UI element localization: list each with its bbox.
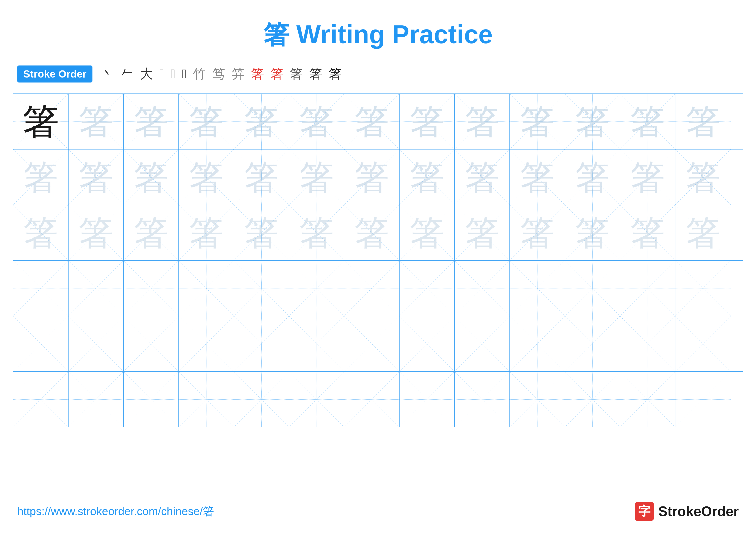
practice-char-0-8: 箸 — [465, 104, 499, 139]
grid-cell-1-12[interactable]: 箸 — [675, 149, 731, 205]
grid-cell-5-8[interactable] — [455, 372, 510, 427]
grid-cell-5-0[interactable] — [14, 372, 68, 427]
grid-cell-3-3[interactable] — [179, 261, 234, 316]
svg-line-152 — [620, 372, 675, 427]
grid-cell-0-3[interactable]: 箸 — [179, 94, 234, 149]
grid-cell-4-1[interactable] — [68, 316, 124, 371]
grid-cell-3-7[interactable] — [399, 261, 455, 316]
grid-cell-1-5[interactable]: 箸 — [289, 149, 344, 205]
grid-cell-2-2[interactable]: 箸 — [124, 205, 179, 260]
grid-cell-4-2[interactable] — [124, 316, 179, 371]
footer: https://www.strokeorder.com/chinese/箸 字 … — [17, 502, 739, 521]
grid-cell-1-8[interactable]: 箸 — [455, 149, 510, 205]
grid-cell-5-11[interactable] — [620, 372, 675, 427]
svg-line-110 — [179, 316, 233, 371]
svg-line-127 — [620, 316, 675, 371]
grid-cell-3-11[interactable] — [620, 261, 675, 316]
grid-cell-2-11[interactable]: 箸 — [620, 205, 675, 260]
grid-cell-2-8[interactable]: 箸 — [455, 205, 510, 260]
practice-char-2-3: 箸 — [189, 216, 224, 250]
grid-cell-2-5[interactable]: 箸 — [289, 205, 344, 260]
grid-cell-0-12[interactable]: 箸 — [675, 94, 731, 149]
grid-cell-4-8[interactable] — [455, 316, 510, 371]
grid-cell-1-9[interactable]: 箸 — [510, 149, 565, 205]
grid-cell-4-5[interactable] — [289, 316, 344, 371]
grid-cell-1-7[interactable]: 箸 — [399, 149, 455, 205]
grid-cell-1-6[interactable]: 箸 — [344, 149, 399, 205]
grid-cell-0-7[interactable]: 箸 — [399, 94, 455, 149]
grid-cell-2-9[interactable]: 箸 — [510, 205, 565, 260]
grid-cell-5-4[interactable] — [234, 372, 289, 427]
grid-cell-2-6[interactable]: 箸 — [344, 205, 399, 260]
grid-cell-0-1[interactable]: 箸 — [68, 94, 124, 149]
grid-cell-3-6[interactable] — [344, 261, 399, 316]
grid-cell-2-1[interactable]: 箸 — [68, 205, 124, 260]
grid-cell-3-12[interactable] — [675, 261, 731, 316]
grid-cell-0-0[interactable]: 箸 — [14, 94, 68, 149]
grid-cell-4-10[interactable] — [565, 316, 620, 371]
grid-cell-1-1[interactable]: 箸 — [68, 149, 124, 205]
stroke-5: 𠂇 — [171, 66, 175, 81]
grid-cell-3-5[interactable] — [289, 261, 344, 316]
grid-cell-5-5[interactable] — [289, 372, 344, 427]
grid-cell-5-2[interactable] — [124, 372, 179, 427]
grid-cell-1-11[interactable]: 箸 — [620, 149, 675, 205]
grid-cell-0-5[interactable]: 箸 — [289, 94, 344, 149]
grid-cell-3-4[interactable] — [234, 261, 289, 316]
grid-cell-5-9[interactable] — [510, 372, 565, 427]
practice-char-1-6: 箸 — [355, 160, 389, 194]
grid-cell-3-10[interactable] — [565, 261, 620, 316]
grid-cell-0-10[interactable]: 箸 — [565, 94, 620, 149]
grid-cell-3-9[interactable] — [510, 261, 565, 316]
svg-line-100 — [620, 261, 675, 316]
grid-cell-2-0[interactable]: 箸 — [14, 205, 68, 260]
grid-cell-3-8[interactable] — [455, 261, 510, 316]
grid-cell-5-10[interactable] — [565, 372, 620, 427]
svg-line-88 — [289, 261, 344, 316]
grid-cell-2-12[interactable]: 箸 — [675, 205, 731, 260]
practice-grid: 箸箸箸箸箸箸箸箸箸箸箸箸箸箸箸箸箸箸箸箸箸箸箸箸箸箸箸箸箸箸箸箸箸箸箸箸箸箸箸 — [13, 93, 743, 427]
grid-cell-3-2[interactable] — [124, 261, 179, 316]
grid-cell-5-7[interactable] — [399, 372, 455, 427]
grid-cell-0-8[interactable]: 箸 — [455, 94, 510, 149]
stroke-3: 大 — [140, 65, 153, 83]
grid-cell-1-0[interactable]: 箸 — [14, 149, 68, 205]
grid-cell-2-10[interactable]: 箸 — [565, 205, 620, 260]
grid-cell-5-3[interactable] — [179, 372, 234, 427]
grid-cell-5-12[interactable] — [675, 372, 731, 427]
grid-cell-3-1[interactable] — [68, 261, 124, 316]
svg-line-123 — [510, 316, 565, 371]
grid-cell-2-4[interactable]: 箸 — [234, 205, 289, 260]
grid-cell-0-2[interactable]: 箸 — [124, 94, 179, 149]
svg-line-101 — [620, 261, 675, 316]
grid-cell-0-11[interactable]: 箸 — [620, 94, 675, 149]
grid-cell-2-7[interactable]: 箸 — [399, 205, 455, 260]
practice-char-2-12: 箸 — [686, 216, 720, 250]
grid-cell-4-11[interactable] — [620, 316, 675, 371]
title-char: 箸 — [263, 20, 289, 49]
grid-cell-4-3[interactable] — [179, 316, 234, 371]
grid-cell-4-12[interactable] — [675, 316, 731, 371]
stroke-10: 箸 — [251, 65, 264, 83]
grid-cell-2-3[interactable]: 箸 — [179, 205, 234, 260]
grid-cell-4-9[interactable] — [510, 316, 565, 371]
grid-row-3 — [14, 261, 742, 316]
grid-cell-0-4[interactable]: 箸 — [234, 94, 289, 149]
svg-line-78 — [14, 261, 68, 316]
grid-cell-4-0[interactable] — [14, 316, 68, 371]
grid-cell-1-10[interactable]: 箸 — [565, 149, 620, 205]
grid-cell-4-6[interactable] — [344, 316, 399, 371]
grid-cell-4-7[interactable] — [399, 316, 455, 371]
grid-cell-0-6[interactable]: 箸 — [344, 94, 399, 149]
grid-cell-5-6[interactable] — [344, 372, 399, 427]
grid-cell-4-4[interactable] — [234, 316, 289, 371]
svg-line-142 — [344, 372, 399, 427]
grid-cell-1-4[interactable]: 箸 — [234, 149, 289, 205]
title-label: Writing Practice — [296, 20, 493, 49]
grid-cell-5-1[interactable] — [68, 372, 124, 427]
grid-cell-1-3[interactable]: 箸 — [179, 149, 234, 205]
grid-cell-3-0[interactable] — [14, 261, 68, 316]
grid-cell-0-9[interactable]: 箸 — [510, 94, 565, 149]
svg-line-89 — [289, 261, 344, 316]
grid-cell-1-2[interactable]: 箸 — [124, 149, 179, 205]
